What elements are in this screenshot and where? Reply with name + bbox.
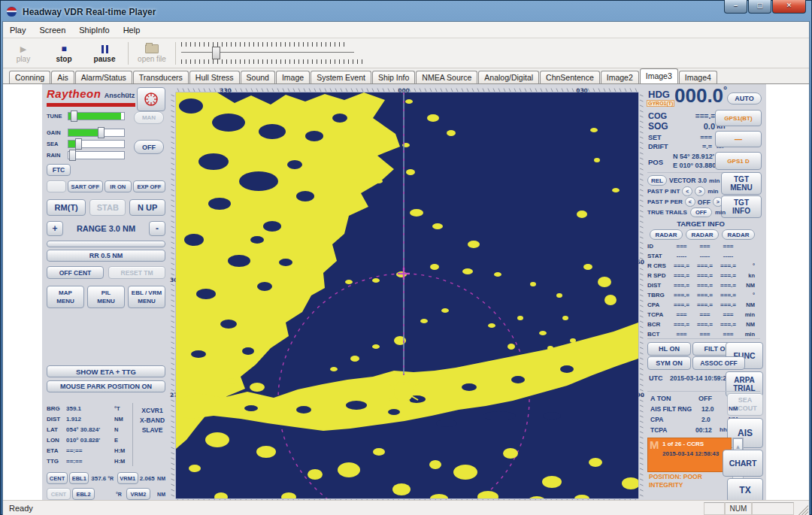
assoc-button[interactable]: ASSOC OFF (692, 356, 745, 370)
slider-track-tune[interactable] (68, 112, 125, 120)
utc-value: 2015-03-14 10:59:22 (670, 374, 730, 382)
slider-handle-rain[interactable] (69, 150, 76, 161)
vrm2-button[interactable]: VRM2 (126, 488, 150, 500)
tab-analog-digital[interactable]: Analog/Digital (478, 71, 539, 83)
slider-track-gain[interactable] (68, 129, 125, 137)
trails-off-button[interactable]: OFF (690, 208, 712, 217)
tab-nmea-source[interactable]: NMEA Source (416, 71, 477, 83)
cent2-button[interactable]: CENT (47, 488, 71, 500)
off-cent-button[interactable]: OFF CENT (47, 266, 104, 279)
hl-button[interactable]: HL ON (647, 342, 691, 356)
tgt-menu-button[interactable]: TGT MENU (721, 172, 762, 195)
target-table-value: ===.= (693, 262, 717, 269)
past-per-dec-button[interactable]: < (685, 197, 695, 207)
maximize-button[interactable]: ▢ (748, 0, 771, 14)
radar-source-button-1[interactable]: RADAR (650, 229, 683, 240)
ebl1-button[interactable]: EBL1 (69, 472, 89, 484)
target-table-value: === (717, 311, 740, 318)
show-eta-button[interactable]: SHOW ETA + TTG (47, 365, 165, 377)
rel-button[interactable]: REL (647, 175, 667, 186)
target-table-value: ===.= (670, 301, 693, 308)
radar-source-button-2[interactable]: RADAR (686, 229, 719, 240)
tab-image[interactable]: Image (276, 71, 310, 83)
stop-button[interactable]: ■ stop (44, 40, 84, 67)
tab-transducers[interactable]: Transducers (133, 71, 189, 83)
exp-button[interactable]: EXP OFF (133, 180, 165, 192)
menu-shipinfo[interactable]: ShipInfo (72, 24, 116, 36)
range-row: + RANGE 3.0 NM - (47, 221, 165, 236)
sym-button[interactable]: SYM ON (647, 356, 691, 370)
resize-grip[interactable] (798, 505, 808, 515)
ebl-vrm-menu-button[interactable]: EBL / VRMMENU (128, 286, 165, 308)
slider-handle-sea[interactable] (75, 138, 82, 150)
dash-source-button[interactable]: — (715, 131, 762, 147)
tab-image2[interactable]: Image2 (601, 71, 639, 83)
reset-tm-button[interactable]: RESET TM (108, 266, 165, 279)
cent1-button[interactable]: CENT (47, 472, 68, 484)
radar-ppi-display[interactable]: 330000030300270060090 (170, 87, 644, 500)
ir-button[interactable]: IR ON (105, 180, 132, 192)
sart-button[interactable]: SART OFF (68, 180, 103, 192)
slider-track-rain[interactable] (68, 151, 125, 159)
map-menu-button[interactable]: MAPMENU (47, 286, 84, 308)
slider-track[interactable] (181, 52, 354, 53)
auto-button[interactable]: AUTO (727, 92, 762, 105)
sea-scout-line1: SEA (738, 396, 753, 404)
radar-source-button-3[interactable]: RADAR (722, 229, 755, 240)
range-plus-button[interactable]: + (47, 221, 63, 236)
target-table-key: TCPA (647, 311, 670, 318)
ftc-button[interactable]: FTC (47, 164, 71, 176)
gps-bt-button[interactable]: GPS1(BT) (715, 110, 762, 126)
tab-ais[interactable]: Ais (51, 71, 74, 83)
tab-conning[interactable]: Conning (9, 71, 50, 83)
off-button[interactable]: OFF (134, 140, 164, 154)
range-minus-button[interactable]: - (149, 221, 165, 236)
menu-row: MAPMENUPILMENUEBL / VRMMENU (47, 286, 165, 308)
target-table-key: R SPD (647, 272, 670, 279)
nup-button[interactable]: N UP (129, 199, 165, 216)
tab-alarm-status[interactable]: Alarm/Status (75, 71, 132, 83)
play-button[interactable]: ▶ play (3, 40, 44, 67)
pil-menu-button[interactable]: PILMENU (87, 286, 125, 308)
past-int-inc-button[interactable]: > (695, 186, 705, 196)
stab-button[interactable]: STAB (89, 199, 126, 216)
target-info-title: TARGET INFO (644, 220, 757, 228)
menu-play[interactable]: Play (3, 24, 32, 36)
pause-button[interactable]: pause (84, 40, 125, 67)
alarm-message-box[interactable]: M 1 of 26 - CCRS 2015-03-14 12:58:43 (647, 438, 732, 472)
tab-system-event[interactable]: System Event (311, 71, 371, 83)
tab-image4[interactable]: Image4 (679, 71, 717, 83)
rm-button[interactable]: RM(T) (47, 199, 86, 216)
slider-handle[interactable] (212, 47, 220, 59)
vrm1-button[interactable]: VRM1 (117, 472, 138, 484)
sea-scout-button[interactable]: SEA SCOUT (727, 393, 763, 416)
tx-button[interactable]: TX (727, 478, 763, 500)
past-int-dec-button[interactable]: < (682, 186, 692, 196)
menu-screen[interactable]: Screen (32, 24, 72, 36)
open-file-button[interactable]: open file (132, 40, 172, 67)
divider (647, 391, 760, 392)
menu-help[interactable]: Help (117, 24, 147, 36)
mouse-park-button[interactable]: MOUSE PARK POSITION ON (47, 380, 165, 392)
tab-image3[interactable]: Image3 (640, 68, 678, 83)
ebl2-button[interactable]: EBL2 (72, 488, 95, 500)
slider-handle-tune[interactable] (71, 111, 77, 122)
vrm1-range: 2.065 (140, 475, 155, 482)
range-bar-button[interactable] (47, 241, 165, 247)
gps-d-button[interactable]: GPS1 D (715, 152, 762, 170)
tgt-info-button[interactable]: TGT INFO (721, 195, 762, 218)
close-button[interactable]: ✕ (772, 0, 806, 14)
chart-button[interactable]: CHART (723, 450, 763, 477)
tab-sound[interactable]: Sound (241, 71, 275, 83)
tab-chnsentence[interactable]: ChnSentence (540, 71, 600, 83)
man-button[interactable]: MAN (134, 111, 164, 124)
tab-hull-stress[interactable]: Hull Stress (189, 71, 240, 83)
enh-blank-button[interactable] (47, 180, 66, 192)
slider-handle-gain[interactable] (98, 127, 105, 138)
tab-ship-info[interactable]: Ship Info (372, 71, 415, 83)
rr-button[interactable]: RR 0.5 NM (47, 250, 165, 262)
target-table-row-id: ID========= (647, 241, 755, 251)
brand-logo-button[interactable] (137, 87, 165, 111)
minimize-button[interactable]: – (724, 0, 747, 14)
slider-track-sea[interactable] (68, 140, 125, 148)
